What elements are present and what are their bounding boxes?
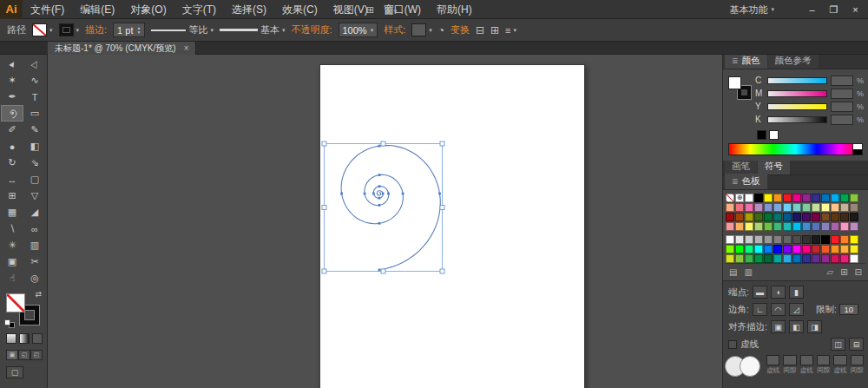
menu-file[interactable]: 文件(F) xyxy=(23,0,72,19)
selection-overlay[interactable] xyxy=(320,140,447,277)
swatch[interactable] xyxy=(745,203,753,212)
swatch[interactable] xyxy=(802,235,811,244)
zoom-tool[interactable]: ◎ xyxy=(23,270,46,286)
swatch[interactable] xyxy=(726,213,734,221)
menu-object[interactable]: 对象(O) xyxy=(122,0,174,19)
swatch[interactable] xyxy=(754,213,763,221)
dash-value-field[interactable] xyxy=(766,355,779,365)
stroke-weight-field[interactable]: 1 pt ▲ ▼ xyxy=(113,23,145,37)
swatch[interactable] xyxy=(821,245,830,253)
spectrum-end-swatches[interactable] xyxy=(852,144,862,155)
swatch[interactable] xyxy=(850,222,858,231)
width-profile-dropdown[interactable]: 等比 ▾ xyxy=(151,23,214,36)
swatch[interactable] xyxy=(773,213,782,221)
minimize-button[interactable]: – xyxy=(801,0,823,19)
swatch[interactable] xyxy=(840,245,849,253)
swatch[interactable] xyxy=(812,254,820,263)
pen-tool[interactable]: ✒ xyxy=(1,89,23,105)
swatch[interactable] xyxy=(802,245,811,253)
app-logo-icon[interactable]: Ai xyxy=(0,0,23,19)
selection-handle[interactable] xyxy=(440,269,444,273)
blob-brush-tool[interactable]: ● xyxy=(1,138,23,155)
shape-builder-tool[interactable]: ⊞ xyxy=(1,187,23,204)
swatch[interactable] xyxy=(773,203,782,212)
swatch[interactable] xyxy=(812,194,820,202)
spectrum-black[interactable] xyxy=(853,149,862,155)
swatch[interactable] xyxy=(792,222,801,231)
swatch[interactable] xyxy=(802,203,811,212)
swatch[interactable] xyxy=(840,254,849,263)
swatch[interactable] xyxy=(726,254,734,263)
transform-panel-link[interactable]: 变换 xyxy=(450,23,470,36)
canvas[interactable] xyxy=(49,55,722,388)
swatch[interactable]: ⊕ xyxy=(735,194,744,202)
spiral-path[interactable] xyxy=(341,146,440,271)
swatch[interactable] xyxy=(831,222,839,231)
swatch[interactable] xyxy=(764,194,773,202)
fill-proxy-swatch[interactable] xyxy=(6,293,25,312)
swatch[interactable] xyxy=(840,194,849,202)
swatch[interactable] xyxy=(783,222,792,231)
swatch[interactable] xyxy=(850,254,858,263)
join-round-button[interactable]: ◠ xyxy=(771,303,786,316)
swatch[interactable] xyxy=(764,203,773,212)
lasso-tool[interactable]: ∿ xyxy=(23,72,46,89)
opacity-field[interactable]: 100% ▾ xyxy=(339,23,378,37)
swatch[interactable] xyxy=(802,213,811,221)
scale-tool[interactable]: ⇘ xyxy=(23,155,46,171)
swatch[interactable] xyxy=(754,203,763,212)
selection-handle[interactable] xyxy=(440,141,444,146)
fill-color-dropdown[interactable]: ▾ xyxy=(32,23,53,36)
width-tool[interactable]: ↔ xyxy=(1,171,23,187)
swatch[interactable] xyxy=(783,235,792,244)
swatch[interactable] xyxy=(840,203,849,212)
hand-tool[interactable]: ☝ xyxy=(1,270,23,286)
free-transform-tool[interactable]: ▢ xyxy=(23,171,46,187)
restore-button[interactable]: ❐ xyxy=(823,0,845,19)
swatch[interactable] xyxy=(726,203,734,212)
channel-y-slider[interactable] xyxy=(767,103,827,110)
proxy-fill-swatch[interactable] xyxy=(728,76,741,89)
swatch[interactable] xyxy=(831,245,839,253)
column-graph-tool[interactable]: ▥ xyxy=(23,237,46,253)
swatch[interactable] xyxy=(821,213,830,221)
channel-c-value-field[interactable] xyxy=(831,76,853,86)
cap-round-button[interactable]: ◖ xyxy=(771,286,786,299)
menu-edit[interactable]: 编辑(E) xyxy=(72,0,122,19)
dash-preserve-button[interactable]: ◫ xyxy=(831,338,845,351)
stroke-weight-stepper[interactable]: ▲ ▼ xyxy=(136,26,141,35)
swatch[interactable] xyxy=(812,245,820,253)
swatch[interactable] xyxy=(812,213,820,221)
color-spectrum[interactable] xyxy=(728,143,863,155)
anchor-point[interactable] xyxy=(378,174,381,176)
type-tool[interactable]: T xyxy=(23,89,46,105)
swatch[interactable] xyxy=(773,245,782,253)
tab-color[interactable]: ≣ 颜色 xyxy=(725,55,767,69)
gradient-tool[interactable]: ◢ xyxy=(23,204,46,220)
swatch[interactable] xyxy=(726,222,734,231)
swatch[interactable] xyxy=(735,222,744,231)
anchor-point[interactable] xyxy=(378,185,381,187)
cap-butt-button[interactable]: ▬ xyxy=(753,286,767,299)
swatch[interactable] xyxy=(735,245,744,253)
perspective-grid-tool[interactable]: ▽ xyxy=(23,187,46,204)
artboard-tool[interactable]: ▣ xyxy=(1,253,23,270)
align-stroke-inside-button[interactable]: ◧ xyxy=(789,320,804,333)
control-panel-menu[interactable]: ≡ ▾ xyxy=(505,25,516,36)
color-panel-proxy[interactable] xyxy=(728,76,751,99)
swatch[interactable] xyxy=(764,245,773,253)
swatch[interactable] xyxy=(840,222,849,231)
anchor-point[interactable] xyxy=(378,222,381,225)
dashed-line-checkbox[interactable] xyxy=(728,340,737,349)
swatch[interactable] xyxy=(783,203,792,212)
swatch[interactable] xyxy=(840,235,849,244)
menu-type[interactable]: 文字(T) xyxy=(174,0,224,19)
swatch[interactable] xyxy=(792,235,801,244)
swatch[interactable] xyxy=(754,254,763,263)
swatch[interactable] xyxy=(764,254,773,263)
swatch[interactable] xyxy=(831,213,839,221)
swatch[interactable] xyxy=(726,235,734,244)
brush-definition-dropdown[interactable]: 基本 ▾ xyxy=(220,23,286,36)
selection-tool[interactable]: ► xyxy=(1,56,23,72)
slice-tool[interactable]: ✂ xyxy=(23,253,46,270)
